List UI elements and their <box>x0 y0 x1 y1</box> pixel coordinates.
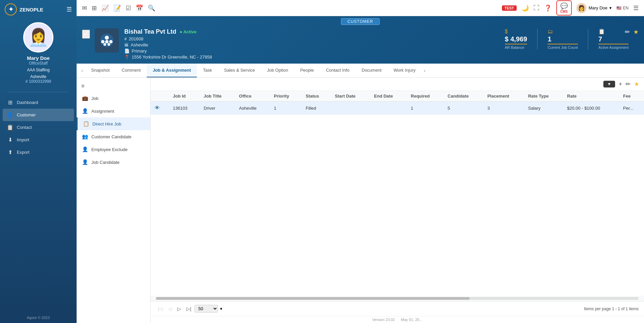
banner-actions: ✏ ★ <box>625 28 639 36</box>
cell-fee: Per... <box>619 102 644 115</box>
dollar-icon: $ <box>505 29 527 35</box>
sidebar-item-contact[interactable]: 📋 Contact <box>0 121 77 134</box>
horizontal-scrollbar[interactable] <box>151 296 644 301</box>
sub-sidebar-toggle[interactable]: ≡ <box>81 83 84 89</box>
company-info: Bishal Tea Pvt Ltd ● Active # 201608 🏛 A… <box>124 28 495 60</box>
add-button[interactable]: + <box>618 81 622 88</box>
sidebar-item-import[interactable]: ⬇ Import <box>0 134 77 146</box>
cell-status: Filled <box>302 102 331 115</box>
type-icon: 📄 <box>124 48 130 53</box>
direct-hire-icon: 📋 <box>83 121 89 127</box>
col-priority: Priority <box>270 91 302 102</box>
sub-menu-job-candidate[interactable]: 👤 Job Candidate <box>77 156 150 169</box>
avatar: 👩‍💼 <box>23 22 53 52</box>
overflow-menu-icon[interactable]: ☰ <box>633 4 639 12</box>
last-page-button[interactable]: ▷| <box>184 306 194 312</box>
tab-people[interactable]: People <box>294 64 320 77</box>
sub-menu-customer-candidate[interactable]: 👥 Customer Candidate <box>77 130 150 143</box>
user-id: # 1000332998 <box>26 79 51 84</box>
sidebar-item-dashboard[interactable]: ⊞ Dashboard <box>0 96 77 109</box>
edit-table-button[interactable]: ✏ <box>626 80 631 88</box>
back-button[interactable]: ← <box>82 30 90 39</box>
first-page-button[interactable]: |◁ <box>156 306 165 312</box>
star-table-button[interactable]: ★ <box>634 80 639 88</box>
fullscreen-icon[interactable]: ⛶ <box>533 4 540 11</box>
sidebar-divider <box>8 92 69 92</box>
tab-job-option[interactable]: Job Option <box>261 64 294 77</box>
table-row: 👁 136103 Driver Asheville 1 Filled 1 5 3… <box>151 102 644 115</box>
active-assignment-label: Active Assignment <box>598 44 629 49</box>
row-eye-icon[interactable]: 👁 <box>155 105 160 111</box>
moon-icon[interactable]: 🌙 <box>521 4 529 12</box>
sub-menu-direct-hire-job[interactable]: 📋 Direct Hire Job <box>77 117 150 130</box>
cell-end-date <box>370 102 407 115</box>
tab-job-assignment[interactable]: Job & Assignment <box>147 64 197 77</box>
banner-section-label: CUSTOMER <box>341 18 379 25</box>
job-count-value: 1 <box>548 35 578 43</box>
tab-sales-service[interactable]: Sales & Service <box>218 64 261 77</box>
calendar-icon[interactable]: 📅 <box>136 4 143 12</box>
cell-eye[interactable]: 👁 <box>151 102 169 115</box>
tab-work-injury[interactable]: Work Injury <box>388 64 422 77</box>
cell-job-title: Driver <box>200 102 235 115</box>
sub-menu-job[interactable]: 💼 Job <box>77 92 150 105</box>
per-page-select[interactable]: 25 50 100 ▾ <box>195 305 222 313</box>
tab-nav-left[interactable]: ‹ <box>79 68 85 74</box>
table-scroll[interactable]: Job Id Job Title Office Priority Status … <box>151 91 644 296</box>
company-logo <box>95 28 119 52</box>
grid-icon[interactable]: ⊞ <box>92 4 97 12</box>
tab-document[interactable]: Document <box>355 64 387 77</box>
sidebar-item-customer[interactable]: 👤 Customer <box>3 109 74 121</box>
assignment-sub-icon: 👤 <box>82 108 88 114</box>
tab-nav-right[interactable]: › <box>422 68 427 74</box>
sub-menu-job-candidate-label: Job Candidate <box>91 160 120 165</box>
banner-content: ← Bishal Tea Pvt Ltd ● Active <box>77 26 644 64</box>
sub-menu-employee-exclude[interactable]: 👤 Employee Exclude <box>77 143 150 156</box>
pagination-info: Items per page 1 - 1 of 1 items <box>584 307 639 311</box>
edit-button[interactable]: ✏ <box>625 28 630 36</box>
col-eye <box>151 91 169 102</box>
next-page-button[interactable]: ▷ <box>175 306 183 312</box>
table-area: ▼ + ✏ ★ Job Id Job Title Office Priority… <box>151 78 644 323</box>
company-name: Bishal Tea Pvt Ltd ● Active <box>124 28 495 35</box>
banner-label-row: CUSTOMER <box>77 16 644 26</box>
version-text: Version 23.02 <box>372 318 395 322</box>
cell-required: 1 <box>407 102 444 115</box>
cell-candidate: 5 <box>443 102 483 115</box>
cell-job-id: 136103 <box>169 102 200 115</box>
svg-point-2 <box>101 40 104 43</box>
cms-label: CMS <box>560 10 568 13</box>
user-menu[interactable]: 👩 Mary Doe ▾ <box>576 3 612 13</box>
language-selector[interactable]: 🇺🇸 EN <box>616 6 629 10</box>
direct-hire-table: Job Id Job Title Office Priority Status … <box>151 91 644 115</box>
mail-icon[interactable]: ✉ <box>82 4 87 12</box>
hamburger-menu[interactable]: ☰ <box>67 6 72 13</box>
col-job-title: Job Title <box>200 91 235 102</box>
help-icon[interactable]: ❓ <box>544 4 552 12</box>
per-page-dropdown[interactable]: 25 50 100 <box>195 305 218 313</box>
tab-snapshot[interactable]: Snapshot <box>85 64 116 77</box>
assignment-icon: 📋 <box>598 28 629 35</box>
notes-icon[interactable]: 📝 <box>114 4 121 12</box>
customer-icon: 👤 <box>7 112 13 118</box>
user-avatar-small: 👩 <box>576 3 587 13</box>
tab-comment[interactable]: Comment <box>116 64 146 77</box>
col-placement: Placement <box>483 91 524 102</box>
chart-icon[interactable]: 📈 <box>101 4 109 12</box>
filter-button[interactable]: ▼ <box>603 81 615 87</box>
check-icon[interactable]: ☑ <box>126 4 131 12</box>
sub-menu-assignment[interactable]: 👤 Assignment <box>77 105 150 117</box>
sub-menu-assignment-label: Assignment <box>91 109 114 114</box>
cell-start-date <box>331 102 370 115</box>
col-candidate: Candidate <box>443 91 483 102</box>
prev-page-button[interactable]: ◁ <box>166 306 174 312</box>
cms-button[interactable]: 💬 CMS <box>556 0 572 15</box>
star-button[interactable]: ★ <box>633 28 639 36</box>
topbar-username: Mary Doe <box>589 5 607 10</box>
tab-task[interactable]: Task <box>197 64 218 77</box>
search-icon[interactable]: 🔍 <box>148 4 155 12</box>
sidebar-item-export[interactable]: ⬆ Export <box>0 146 77 158</box>
tab-contact-info[interactable]: Contact Info <box>320 64 355 77</box>
dashboard-icon: ⊞ <box>7 99 13 106</box>
sidebar: ✦ ZENOPLE ☰ 👩‍💼 Mary Doe OfficeStaff AAA… <box>0 0 77 323</box>
